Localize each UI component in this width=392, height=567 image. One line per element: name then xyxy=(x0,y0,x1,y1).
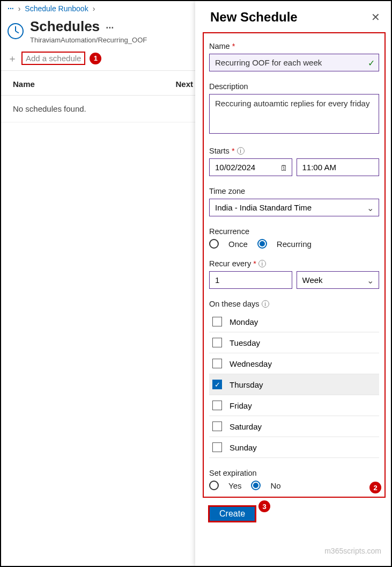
description-label: Description xyxy=(209,82,379,91)
chevron-right-icon: › xyxy=(93,4,95,13)
info-icon[interactable]: i xyxy=(258,260,266,267)
checkbox[interactable] xyxy=(212,421,222,431)
days-label: On these days i xyxy=(209,300,379,308)
grid-header: Name Next xyxy=(1,71,205,96)
info-icon[interactable]: i xyxy=(237,147,245,155)
day-row-friday[interactable]: Friday xyxy=(209,395,379,416)
create-button[interactable]: Create xyxy=(208,505,256,522)
breadcrumb: ··· › Schedule Runbook › xyxy=(1,1,205,13)
timezone-label: Time zone xyxy=(209,187,379,195)
expiration-yes-label: Yes xyxy=(228,481,241,490)
day-label: Thursday xyxy=(230,380,263,389)
day-label: Tuesday xyxy=(230,338,260,347)
watermark: m365scripts.com xyxy=(324,547,381,555)
clock-icon xyxy=(8,23,24,39)
day-row-monday[interactable]: Monday xyxy=(209,311,379,332)
day-row-sunday[interactable]: Sunday xyxy=(209,437,379,458)
more-icon[interactable]: ··· xyxy=(106,23,114,33)
add-schedule-button[interactable]: Add a schedule xyxy=(21,52,85,65)
recurrence-label: Recurrence xyxy=(209,227,379,236)
page-title: Schedules ··· xyxy=(30,18,147,35)
name-input[interactable] xyxy=(209,54,379,71)
recurrence-once-radio[interactable] xyxy=(209,239,219,249)
recurrence-recurring-radio[interactable] xyxy=(257,239,267,249)
starts-label: Starts * i xyxy=(209,147,379,155)
annotation-1: 1 xyxy=(90,53,101,64)
plus-icon: ＋ xyxy=(8,52,17,65)
checkbox[interactable] xyxy=(212,359,222,368)
breadcrumb-more[interactable]: ··· xyxy=(8,4,14,13)
col-next[interactable]: Next xyxy=(175,79,193,89)
day-label: Sunday xyxy=(230,443,257,452)
breadcrumb-link[interactable]: Schedule Runbook xyxy=(25,4,88,13)
info-icon[interactable]: i xyxy=(262,300,269,308)
timezone-select[interactable] xyxy=(209,199,379,216)
recur-every-input[interactable] xyxy=(209,271,292,289)
recurrence-once-label: Once xyxy=(228,239,248,249)
new-schedule-panel: New Schedule ✕ Name * ✓ Description Recc… xyxy=(195,1,391,566)
day-row-saturday[interactable]: Saturday xyxy=(209,416,379,437)
day-row-thursday[interactable]: ✓Thursday xyxy=(209,374,379,395)
expiration-label: Set expiration xyxy=(209,469,379,477)
day-label: Wednesday xyxy=(230,359,272,368)
start-time-input[interactable] xyxy=(297,158,380,176)
expiration-no-radio[interactable] xyxy=(251,481,261,490)
days-list: MondayTuesdayWednesday✓ThursdayFridaySat… xyxy=(209,311,379,458)
annotation-2: 2 xyxy=(369,482,381,493)
expiration-yes-radio[interactable] xyxy=(209,481,219,490)
recurrence-recurring-label: Recurring xyxy=(277,239,312,249)
day-label: Monday xyxy=(230,317,258,326)
grid-empty: No schedules found. xyxy=(1,96,205,122)
day-label: Friday xyxy=(230,401,252,410)
annotation-3: 3 xyxy=(258,500,270,512)
check-icon: ✓ xyxy=(368,57,375,68)
chevron-right-icon: › xyxy=(18,4,21,13)
recur-unit-select[interactable] xyxy=(297,271,380,289)
calendar-icon[interactable]: 🗓 xyxy=(280,163,288,172)
checkbox[interactable] xyxy=(212,317,222,326)
day-row-wednesday[interactable]: Wednesday xyxy=(209,353,379,374)
col-name[interactable]: Name xyxy=(13,79,175,89)
close-icon[interactable]: ✕ xyxy=(371,11,380,24)
checkbox[interactable]: ✓ xyxy=(212,380,222,389)
panel-title: New Schedule xyxy=(210,10,298,25)
checkbox[interactable] xyxy=(212,442,222,452)
page-subtitle: ThiraviamAutomation/Recurring_OOF xyxy=(30,36,147,44)
expiration-no-label: No xyxy=(270,481,280,490)
description-input[interactable]: Reccuring autoamtic replies for every fr… xyxy=(209,94,379,134)
checkbox[interactable] xyxy=(212,401,222,410)
recur-every-label: Recur every * i xyxy=(209,259,379,268)
day-label: Saturday xyxy=(230,422,262,431)
name-label: Name * xyxy=(209,42,379,50)
day-row-tuesday[interactable]: Tuesday xyxy=(209,332,379,353)
checkbox[interactable] xyxy=(212,338,222,347)
